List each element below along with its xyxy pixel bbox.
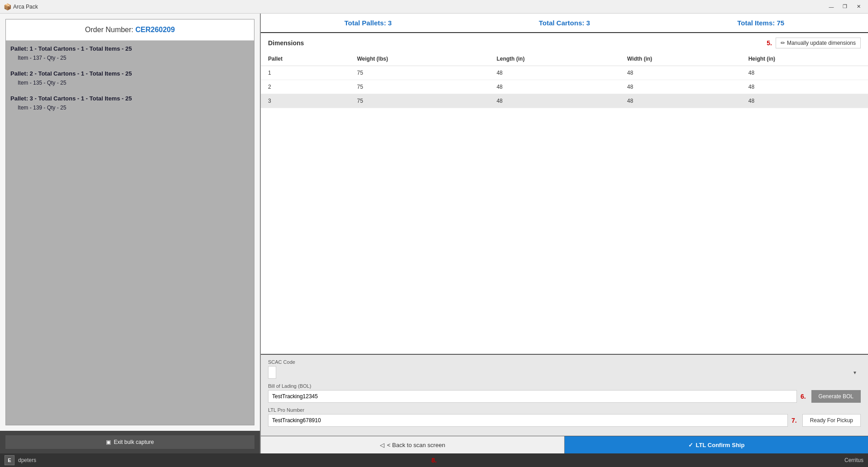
bol-input[interactable] bbox=[268, 390, 797, 403]
generate-bol-button[interactable]: Generate BOL bbox=[811, 390, 861, 403]
ltl-form-group: LTL Pro Number 7. Ready For Pickup bbox=[268, 407, 861, 427]
left-panel: Order Number: CER260209 Pallet: 1 - Tota… bbox=[0, 14, 261, 453]
table-header-row: Pallet Weight (lbs) Length (in) Width (i… bbox=[261, 52, 868, 66]
statusbar-brand: Cerritus bbox=[844, 457, 863, 463]
exit-btn-label: Exit bulk capture bbox=[114, 439, 154, 445]
bol-form-group: Bill of Lading (BOL) 6. Generate BOL bbox=[268, 383, 861, 403]
order-header: Order Number: CER260209 bbox=[6, 19, 254, 41]
ltl-pro-label: LTL Pro Number bbox=[268, 407, 861, 413]
bottom-form-section: SCAC Code ▼ Bill of Lading (BOL) 6. Gene… bbox=[261, 354, 868, 436]
main-content: Order Number: CER260209 Pallet: 1 - Tota… bbox=[0, 14, 868, 453]
col-height: Height (in) bbox=[741, 52, 868, 66]
col-length: Length (in) bbox=[489, 52, 620, 66]
pallet-section-3: Pallet: 3 - Total Cartons - 1 - Total It… bbox=[10, 95, 249, 111]
order-number-value: CER260209 bbox=[135, 26, 175, 33]
cell-height-3: 48 bbox=[741, 94, 868, 108]
scac-label: SCAC Code bbox=[268, 359, 861, 365]
cell-weight-3: 75 bbox=[350, 94, 489, 108]
ltl-pro-input[interactable] bbox=[268, 414, 788, 427]
check-icon: ✓ bbox=[688, 442, 693, 448]
confirm-ship-label: LTL Confirm Ship bbox=[696, 442, 745, 448]
user-icon: E bbox=[5, 455, 14, 465]
cell-pallet-2: 2 bbox=[261, 80, 350, 94]
cell-pallet-3: 3 bbox=[261, 94, 350, 108]
cell-length-1: 48 bbox=[489, 66, 620, 80]
pallet-title-2: Pallet: 2 - Total Cartons - 1 - Total It… bbox=[10, 70, 249, 77]
app-icon: 📦 bbox=[4, 3, 11, 10]
manually-update-label: Manually update dimensions bbox=[787, 40, 856, 46]
close-button[interactable]: ✕ bbox=[853, 2, 864, 11]
total-pallets-stat: Total Pallets: 3 bbox=[270, 19, 466, 27]
app-title: Arca Pack bbox=[13, 4, 38, 10]
total-pallets-label: Total Pallets: 3 bbox=[344, 19, 392, 27]
dimensions-title: Dimensions bbox=[268, 39, 304, 47]
cell-length-3: 48 bbox=[489, 94, 620, 108]
cell-height-2: 48 bbox=[741, 80, 868, 94]
pallet-section-1: Pallet: 1 - Total Cartons - 1 - Total It… bbox=[10, 45, 249, 61]
bol-row: 6. Generate BOL bbox=[268, 390, 861, 403]
ltl-confirm-ship-button[interactable]: ✓ LTL Confirm Ship bbox=[565, 436, 868, 453]
minimize-button[interactable]: — bbox=[825, 2, 837, 11]
pallet-section-2: Pallet: 2 - Total Cartons - 1 - Total It… bbox=[10, 70, 249, 86]
cell-length-2: 48 bbox=[489, 80, 620, 94]
step-8-label: 8. bbox=[432, 457, 437, 464]
step-5-label: 5. bbox=[767, 39, 772, 47]
bol-label: Bill of Lading (BOL) bbox=[268, 383, 861, 389]
pallet-list: Pallet: 1 - Total Cartons - 1 - Total It… bbox=[6, 41, 254, 425]
scac-select-wrapper: ▼ bbox=[268, 366, 861, 379]
cell-width-2: 48 bbox=[620, 80, 741, 94]
total-items-label: Total Items: 75 bbox=[737, 19, 784, 27]
right-panel: Total Pallets: 3 Total Cartons: 3 Total … bbox=[261, 14, 868, 453]
cell-weight-2: 75 bbox=[350, 80, 489, 94]
action-buttons: ◁ < Back to scan screen ✓ LTL Confirm Sh… bbox=[261, 436, 868, 453]
window-controls: — ❐ ✕ bbox=[825, 2, 864, 11]
pallet-title-3: Pallet: 3 - Total Cartons - 1 - Total It… bbox=[10, 95, 249, 102]
titlebar: 📦 Arca Pack — ❐ ✕ bbox=[0, 0, 868, 14]
cell-width-3: 48 bbox=[620, 94, 741, 108]
pencil-icon: ✏ bbox=[781, 40, 785, 46]
dimensions-section: Dimensions 5. ✏ Manually update dimensio… bbox=[261, 33, 868, 354]
dimensions-header: Dimensions 5. ✏ Manually update dimensio… bbox=[261, 33, 868, 52]
ready-for-pickup-button[interactable]: Ready For Pickup bbox=[802, 414, 861, 427]
total-items-stat: Total Items: 75 bbox=[662, 19, 859, 27]
back-arrow-icon: ◁ bbox=[380, 442, 384, 448]
select-arrow-icon: ▼ bbox=[853, 370, 857, 375]
exit-bulk-capture-button[interactable]: ▣ Exit bulk capture bbox=[5, 435, 254, 449]
back-to-scan-button[interactable]: ◁ < Back to scan screen bbox=[261, 436, 565, 453]
pallet-item-2: Item - 135 - Qty - 25 bbox=[18, 80, 249, 86]
total-cartons-stat: Total Cartons: 3 bbox=[466, 19, 663, 27]
scac-select[interactable] bbox=[268, 366, 276, 379]
cell-weight-1: 75 bbox=[350, 66, 489, 80]
pallet-item-1: Item - 137 - Qty - 25 bbox=[18, 55, 249, 61]
table-row: 275484848 bbox=[261, 80, 868, 94]
table-row: 375484848 bbox=[261, 94, 868, 108]
col-weight: Weight (lbs) bbox=[350, 52, 489, 66]
scac-form-group: SCAC Code ▼ bbox=[268, 359, 861, 379]
step-7-label: 7. bbox=[791, 417, 797, 424]
col-width: Width (in) bbox=[620, 52, 741, 66]
statusbar-username: dpeters bbox=[18, 457, 36, 463]
left-bottom: ▣ Exit bulk capture bbox=[0, 431, 260, 453]
cell-pallet-1: 1 bbox=[261, 66, 350, 80]
cell-width-1: 48 bbox=[620, 66, 741, 80]
order-number-label: Order Number: bbox=[85, 26, 134, 33]
pallet-container: Order Number: CER260209 Pallet: 1 - Tota… bbox=[5, 19, 254, 425]
dimensions-controls: 5. ✏ Manually update dimensions bbox=[767, 38, 861, 48]
dimensions-table: Pallet Weight (lbs) Length (in) Width (i… bbox=[261, 52, 868, 108]
ltl-row: 7. Ready For Pickup bbox=[268, 414, 861, 427]
total-cartons-label: Total Cartons: 3 bbox=[539, 19, 590, 27]
stats-header: Total Pallets: 3 Total Cartons: 3 Total … bbox=[261, 14, 868, 33]
back-btn-label: < Back to scan screen bbox=[387, 442, 445, 448]
manually-update-dimensions-button[interactable]: ✏ Manually update dimensions bbox=[776, 38, 861, 48]
statusbar: E dpeters 8. Cerritus bbox=[0, 453, 868, 467]
pallet-item-3: Item - 139 - Qty - 25 bbox=[18, 105, 249, 111]
col-pallet: Pallet bbox=[261, 52, 350, 66]
step-6-label: 6. bbox=[801, 393, 806, 400]
pallet-title-1: Pallet: 1 - Total Cartons - 1 - Total It… bbox=[10, 45, 249, 52]
table-row: 175484848 bbox=[261, 66, 868, 80]
cell-height-1: 48 bbox=[741, 66, 868, 80]
restore-button[interactable]: ❐ bbox=[839, 2, 851, 11]
exit-icon: ▣ bbox=[106, 439, 111, 445]
